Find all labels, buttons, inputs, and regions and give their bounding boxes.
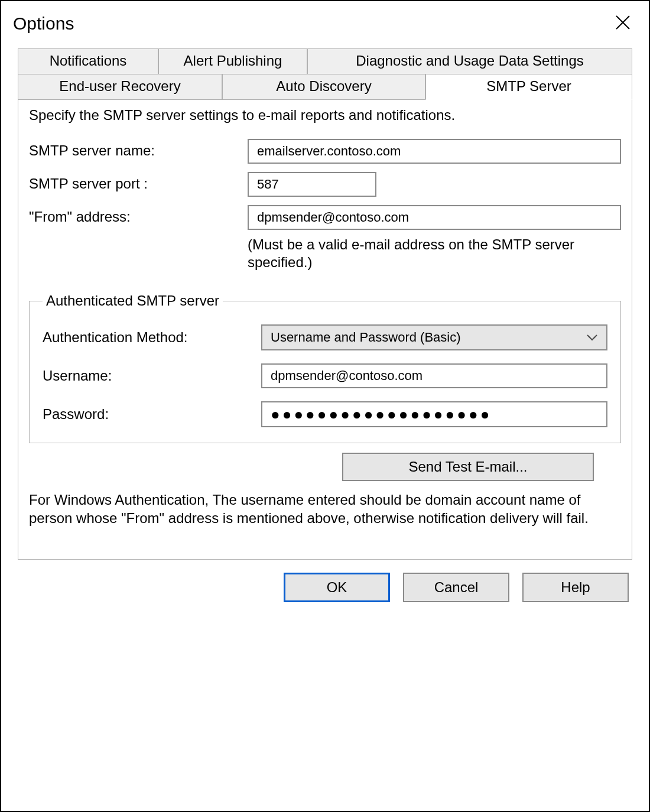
chevron-down-icon bbox=[586, 334, 598, 341]
options-dialog: Options Notifications Alert Publishing D… bbox=[0, 0, 650, 812]
windows-auth-note: For Windows Authentication, The username… bbox=[29, 491, 621, 527]
titlebar: Options bbox=[1, 1, 649, 48]
send-test-email-button[interactable]: Send Test E-mail... bbox=[342, 453, 594, 481]
client-area: Notifications Alert Publishing Diagnosti… bbox=[1, 48, 649, 811]
from-address-label: "From" address: bbox=[29, 205, 248, 225]
tab-smtp-server[interactable]: SMTP Server bbox=[425, 74, 632, 100]
tab-notifications[interactable]: Notifications bbox=[18, 48, 158, 74]
auth-method-label: Authentication Method: bbox=[43, 329, 261, 346]
username-input[interactable] bbox=[261, 363, 607, 388]
tab-end-user-recovery[interactable]: End-user Recovery bbox=[18, 74, 222, 100]
smtp-panel: Specify the SMTP server settings to e-ma… bbox=[18, 99, 632, 560]
tab-alert-publishing[interactable]: Alert Publishing bbox=[158, 48, 307, 74]
close-button[interactable] bbox=[611, 12, 635, 35]
username-label: Username: bbox=[43, 368, 261, 384]
panel-description: Specify the SMTP server settings to e-ma… bbox=[29, 107, 621, 124]
close-icon bbox=[615, 14, 631, 34]
password-label: Password: bbox=[43, 406, 261, 423]
auth-method-value: Username and Password (Basic) bbox=[271, 330, 461, 345]
from-address-hint: (Must be a valid e-mail address on the S… bbox=[248, 236, 621, 271]
tab-auto-discovery[interactable]: Auto Discovery bbox=[222, 74, 425, 100]
window-title: Options bbox=[13, 14, 74, 34]
dialog-buttons: OK Cancel Help bbox=[18, 560, 632, 602]
tab-diagnostic-usage[interactable]: Diagnostic and Usage Data Settings bbox=[307, 48, 632, 74]
password-input[interactable]: ●●●●●●●●●●●●●●●●●●● bbox=[261, 401, 607, 427]
tab-strip: Notifications Alert Publishing Diagnosti… bbox=[18, 48, 632, 560]
help-button[interactable]: Help bbox=[522, 573, 629, 602]
smtp-server-port-input[interactable] bbox=[248, 172, 376, 197]
auth-method-combobox[interactable]: Username and Password (Basic) bbox=[261, 324, 607, 350]
smtp-server-name-input[interactable] bbox=[248, 139, 621, 164]
smtp-server-port-label: SMTP server port : bbox=[29, 172, 248, 192]
authenticated-smtp-group: Authenticated SMTP server Authentication… bbox=[29, 293, 621, 443]
ok-button[interactable]: OK bbox=[284, 573, 390, 602]
authenticated-smtp-legend: Authenticated SMTP server bbox=[43, 293, 223, 309]
from-address-input[interactable] bbox=[248, 205, 621, 230]
smtp-server-name-label: SMTP server name: bbox=[29, 139, 248, 159]
cancel-button[interactable]: Cancel bbox=[403, 573, 509, 602]
